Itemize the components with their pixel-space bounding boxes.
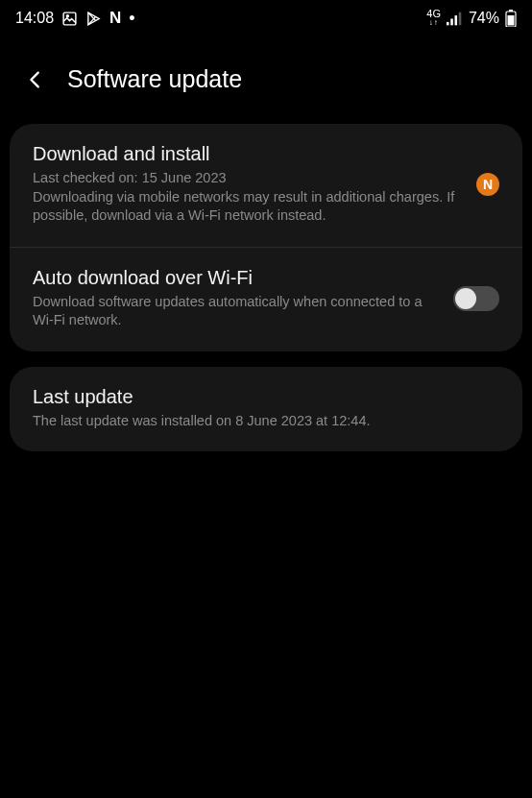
gallery-icon (61, 11, 78, 27)
netflix-icon: N (109, 9, 121, 28)
play-store-icon (85, 11, 102, 27)
svg-rect-7 (459, 12, 462, 25)
svg-rect-6 (454, 15, 457, 25)
svg-rect-4 (447, 21, 449, 24)
battery-icon (505, 10, 517, 27)
page-header: Software update (0, 36, 532, 124)
download-install-description: Downloading via mobile networks may resu… (33, 188, 461, 226)
download-install-last-checked: Last checked on: 15 June 2023 (33, 169, 461, 188)
settings-card-last-update: Last update The last update was installe… (10, 367, 522, 452)
auto-download-row[interactable]: Auto download over Wi-Fi Download softwa… (10, 248, 522, 351)
auto-download-title: Auto download over Wi-Fi (33, 267, 438, 289)
notification-badge: N (476, 173, 499, 196)
signal-icon (447, 12, 463, 26)
back-button[interactable] (25, 69, 46, 90)
status-bar: 14:08 N • 4G ↓↑ 74% (0, 0, 532, 36)
status-app-icons: N • (61, 9, 135, 28)
status-left: 14:08 N • (15, 9, 135, 28)
chevron-left-icon (25, 69, 46, 90)
svg-rect-10 (508, 15, 515, 26)
toggle-knob (455, 288, 476, 309)
download-install-text: Download and install Last checked on: 15… (33, 143, 461, 226)
last-update-row[interactable]: Last update The last update was installe… (10, 367, 522, 452)
last-update-title: Last update (33, 386, 499, 408)
download-install-row[interactable]: Download and install Last checked on: 15… (10, 124, 522, 248)
auto-download-description: Download software updates automatically … (33, 293, 438, 330)
status-time: 14:08 (15, 10, 54, 27)
download-install-title: Download and install (33, 143, 461, 165)
status-right: 4G ↓↑ 74% (426, 10, 517, 27)
svg-rect-5 (450, 18, 453, 25)
network-type-icon: 4G ↓↑ (426, 10, 441, 26)
svg-point-1 (66, 14, 68, 16)
more-notifications-icon: • (129, 10, 134, 27)
auto-download-toggle[interactable] (453, 286, 499, 311)
settings-card-updates: Download and install Last checked on: 15… (10, 124, 522, 351)
page-title: Software update (67, 65, 242, 93)
last-update-text: Last update The last update was installe… (33, 386, 499, 431)
auto-download-text: Auto download over Wi-Fi Download softwa… (33, 267, 438, 330)
battery-percent: 74% (469, 10, 499, 27)
last-update-description: The last update was installed on 8 June … (33, 412, 499, 431)
